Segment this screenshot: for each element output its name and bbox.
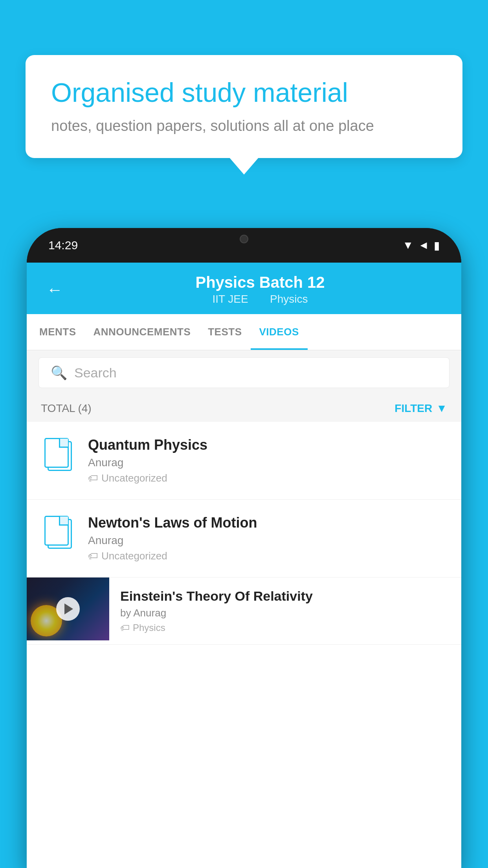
status-time: 14:29 (48, 239, 78, 252)
header-title-block: Physics Batch 12 IIT JEE Physics (79, 274, 442, 305)
list-item-video[interactable]: Einstein's Theory Of Relativity by Anura… (27, 577, 461, 645)
signal-icon: ◄ (418, 239, 429, 252)
list-item[interactable]: Quantum Physics Anurag 🏷 Uncategorized (27, 422, 461, 500)
search-icon: 🔍 (51, 365, 67, 381)
tab-tests[interactable]: TESTS (199, 314, 250, 350)
batch-subtitle: IIT JEE Physics (79, 293, 442, 305)
camera (240, 235, 248, 243)
item-icon-wrap (41, 437, 76, 472)
total-count: TOTAL (4) (41, 402, 92, 415)
app-header: ← Physics Batch 12 IIT JEE Physics (27, 263, 461, 314)
video-info: Einstein's Theory Of Relativity by Anura… (109, 577, 461, 644)
tag-text: Uncategorized (101, 472, 167, 484)
filter-label: FILTER (394, 402, 432, 415)
battery-icon: ▮ (434, 239, 440, 252)
bubble-headline: Organised study material (51, 77, 437, 109)
video-tag: 🏷 Physics (120, 622, 450, 633)
search-placeholder: Search (74, 365, 117, 381)
subtitle-iit: IIT JEE (212, 293, 248, 305)
app-screen: ← Physics Batch 12 IIT JEE Physics MENTS… (27, 263, 461, 868)
list-item[interactable]: Newton's Laws of Motion Anurag 🏷 Uncateg… (27, 500, 461, 577)
phone-frame: 14:29 ▼ ◄ ▮ ← Physics Batch 12 IIT JEE P… (27, 228, 461, 868)
item-title: Quantum Physics (88, 437, 447, 453)
tab-announcements[interactable]: ANNOUNCEMENTS (85, 314, 200, 350)
search-bar-container: 🔍 Search (27, 350, 461, 395)
status-bar: 14:29 ▼ ◄ ▮ (27, 228, 461, 263)
search-input-wrap[interactable]: 🔍 Search (39, 357, 449, 388)
speech-bubble: Organised study material notes, question… (26, 55, 462, 158)
item-author: Anurag (88, 534, 447, 547)
tab-videos[interactable]: VIDEOS (251, 314, 308, 350)
item-tag: 🏷 Uncategorized (88, 472, 447, 484)
document-icon (44, 438, 73, 471)
doc-front (44, 516, 69, 546)
tag-icon: 🏷 (120, 622, 130, 633)
tag-text: Physics (133, 622, 165, 633)
wifi-icon: ▼ (403, 239, 414, 252)
filter-button[interactable]: FILTER ▼ (394, 402, 447, 415)
item-tag: 🏷 Uncategorized (88, 550, 447, 562)
tab-ments[interactable]: MENTS (31, 314, 85, 350)
item-info: Quantum Physics Anurag 🏷 Uncategorized (88, 437, 447, 484)
video-thumbnail (27, 577, 109, 640)
bubble-subtext: notes, question papers, solutions all at… (51, 118, 437, 134)
play-button[interactable] (56, 597, 80, 621)
filter-icon: ▼ (436, 402, 447, 415)
item-icon-wrap (41, 515, 76, 550)
video-title: Einstein's Theory Of Relativity (120, 588, 450, 604)
status-icons: ▼ ◄ ▮ (403, 239, 440, 252)
back-button[interactable]: ← (46, 280, 63, 299)
item-title: Newton's Laws of Motion (88, 515, 447, 531)
video-author: by Anurag (120, 607, 450, 619)
tag-icon: 🏷 (88, 472, 98, 484)
filter-row: TOTAL (4) FILTER ▼ (27, 395, 461, 422)
batch-title: Physics Batch 12 (79, 274, 442, 291)
subtitle-physics: Physics (270, 293, 308, 305)
tag-icon: 🏷 (88, 550, 98, 562)
content-list: Quantum Physics Anurag 🏷 Uncategorized (27, 422, 461, 645)
document-icon (44, 516, 73, 549)
item-author: Anurag (88, 456, 447, 469)
tag-text: Uncategorized (101, 550, 167, 562)
item-info: Newton's Laws of Motion Anurag 🏷 Uncateg… (88, 515, 447, 562)
subtitle-sep (258, 293, 264, 305)
notch (209, 228, 279, 250)
tabs-bar: MENTS ANNOUNCEMENTS TESTS VIDEOS (27, 314, 461, 350)
doc-front (44, 438, 69, 468)
